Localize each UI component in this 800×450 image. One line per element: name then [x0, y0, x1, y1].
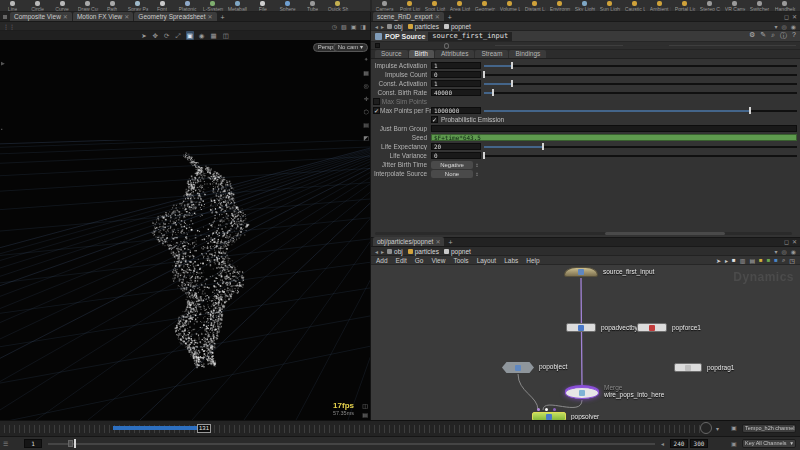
param-max-sim-points-checkbox[interactable] [373, 98, 380, 105]
new-tab-button[interactable]: + [445, 239, 455, 246]
param-just-born-group-field[interactable] [431, 125, 797, 132]
close-tab-icon[interactable]: ✕ [124, 13, 129, 20]
shelf-tool-distant-light[interactable]: Distant Light [522, 0, 547, 11]
pane-maximize-icon[interactable]: ◻ [784, 238, 789, 245]
chevron-down-icon[interactable]: ▾ [774, 248, 777, 255]
chevron-down-icon[interactable]: ▾ [774, 23, 777, 30]
grid-toggle-icon[interactable]: ▦ [210, 31, 218, 40]
menu-layout[interactable]: Layout [477, 257, 497, 264]
auto-key-icon[interactable]: ▣ [731, 440, 737, 447]
color-palette-icon[interactable]: ■ [767, 257, 771, 263]
menu-tools[interactable]: Tools [453, 257, 468, 264]
search-icon[interactable]: ⌕ [771, 31, 775, 41]
playbar[interactable]: 131 ▾ ▣ Tempo_h2h channels ▾ [0, 420, 800, 436]
tab-scene-rnd-export[interactable]: scene_RnD_export ✕ [373, 12, 444, 21]
shelf-tool-file[interactable]: File [250, 0, 275, 11]
new-tab-button[interactable]: + [445, 14, 455, 21]
back-icon[interactable]: ◂ [375, 23, 378, 30]
camera-selector[interactable]: No cam ▾ [333, 43, 368, 52]
param-max-points-per-fra-slider[interactable] [484, 107, 797, 114]
scale-tool-icon[interactable]: ⤢ [175, 31, 182, 40]
param-jitter-birth-time-dropdown[interactable]: Negative [431, 161, 473, 169]
updown-icon[interactable]: ↕ [473, 170, 481, 178]
slider-handle[interactable] [492, 89, 494, 96]
shelf-tool-geometry-light[interactable]: Geometry Light [472, 0, 497, 11]
close-tab-icon[interactable]: ✕ [435, 13, 440, 20]
connect-mode-icon[interactable]: ▸ [725, 257, 728, 264]
node-name-field[interactable]: source_first_input [428, 32, 512, 41]
shelf-tool-platonic[interactable]: Platonic [175, 0, 200, 11]
frame-slider-handle[interactable] [74, 439, 76, 448]
breadcrumb-obj[interactable]: obj [387, 248, 403, 255]
menu-go[interactable]: Go [415, 257, 424, 264]
edit-expression-icon[interactable]: ✎ [760, 31, 766, 41]
split-vertical-icon[interactable]: ▤ [749, 257, 755, 264]
folder-shortcut-icon[interactable]: ■ [759, 257, 763, 263]
shelf-tool-vr-camera[interactable]: VR Camera [722, 0, 747, 11]
slider-handle[interactable] [542, 143, 544, 150]
shelf-tool-font[interactable]: Font [150, 0, 175, 11]
shelf-tool-handheld-camera[interactable]: Handheld Camera [772, 0, 797, 11]
guide-checkbox[interactable] [375, 43, 380, 48]
viewport-side-icon-4[interactable]: ⬡ [363, 108, 369, 115]
close-tab-icon[interactable]: ✕ [208, 13, 213, 20]
pane-handle-icon[interactable] [3, 15, 7, 19]
param-const-birth-rate-field[interactable]: 40000 [431, 89, 481, 96]
info-icon[interactable]: ⓘ [780, 31, 787, 41]
forward-icon[interactable]: ▸ [381, 23, 384, 30]
slider-handle[interactable] [749, 107, 751, 114]
node-popforce1[interactable] [637, 323, 667, 332]
param-life-variance-field[interactable]: 0 [431, 152, 481, 159]
cache-icon[interactable]: ▤ [362, 411, 368, 418]
viewport-side-icon-2[interactable]: ◎ [363, 82, 369, 89]
menu-labs[interactable]: Labs [504, 257, 518, 264]
param-tab-bindings[interactable]: Bindings [509, 50, 546, 58]
viewport-side-icon-5[interactable]: ▤ [363, 121, 369, 128]
shelf-tool-spot-light[interactable]: Spot Light [422, 0, 447, 11]
stowbar-icon[interactable]: ▪ [1, 126, 5, 132]
wire-wire_pops_into_here-to-popsolver[interactable] [543, 400, 582, 410]
shelf-tool-environment-light[interactable]: Environment Light [547, 0, 572, 11]
shelf-tool-spray-paint[interactable]: Spray Paint [125, 0, 150, 11]
param-tab-stream[interactable]: Stream [475, 50, 508, 58]
pane-tab-motion-fx-view[interactable]: Motion FX View✕ [73, 12, 133, 21]
rotate-tool-icon[interactable]: ⟳ [163, 31, 170, 40]
key-all-channels-dropdown[interactable]: Key All Channels ▾ [742, 439, 796, 448]
param-tab-birth[interactable]: Birth [409, 50, 434, 58]
preset-circle-icon[interactable] [444, 43, 450, 49]
shelf-tool-area-light[interactable]: Area Light [447, 0, 472, 11]
back-icon[interactable]: ◂ [375, 248, 378, 255]
breadcrumb-popnet[interactable]: popnet [444, 248, 471, 255]
box-pick-icon[interactable]: ■ [732, 257, 736, 263]
shelf-tool-camera[interactable]: Camera [372, 0, 397, 11]
overview-map-icon[interactable]: ◳ [789, 257, 795, 264]
param-const-activation-slider[interactable] [484, 80, 797, 87]
viewport-side-icon-3[interactable]: ✛ [363, 95, 369, 102]
snapshot-camera-icon[interactable]: ◎ [782, 248, 787, 255]
param-tab-source[interactable]: Source [375, 50, 408, 58]
shelf-tool-quick-shapes[interactable]: Quick Shapes [325, 0, 350, 11]
shelf-tool-line[interactable]: Line [0, 0, 25, 11]
param-life-expectancy-field[interactable]: 20 [431, 143, 481, 150]
param-const-activation-field[interactable]: 1 [431, 80, 481, 87]
param-life-variance-slider[interactable] [484, 152, 797, 159]
shelf-tool-path[interactable]: Path [100, 0, 125, 11]
breadcrumb-popnet[interactable]: popnet [444, 23, 471, 30]
close-tab-icon[interactable]: ✕ [63, 13, 68, 20]
pane-splitter[interactable] [370, 12, 371, 420]
pin-icon[interactable]: ◉ [791, 248, 796, 255]
shelf-tool-metaball[interactable]: Metaball [225, 0, 250, 11]
jog-wheel[interactable] [700, 422, 712, 434]
gear-menu-icon[interactable]: ⚙ [749, 31, 755, 41]
pointer-mode-icon[interactable]: ➤ [716, 257, 721, 264]
menu-help[interactable]: Help [526, 257, 539, 264]
shelf-tool-switcher[interactable]: Switcher [747, 0, 772, 11]
shelf-tool-caustic-light[interactable]: Caustic Light [622, 0, 647, 11]
forward-icon[interactable]: ▸ [381, 248, 384, 255]
breadcrumb-particles[interactable]: particles [408, 248, 439, 255]
clock-icon[interactable]: ◷ [332, 23, 337, 30]
node-popadvectbyvol[interactable] [566, 323, 596, 332]
node-wire_pops_into_here[interactable] [565, 387, 599, 399]
menu-add[interactable]: Add [376, 257, 388, 264]
node-popsolver[interactable] [532, 412, 566, 420]
